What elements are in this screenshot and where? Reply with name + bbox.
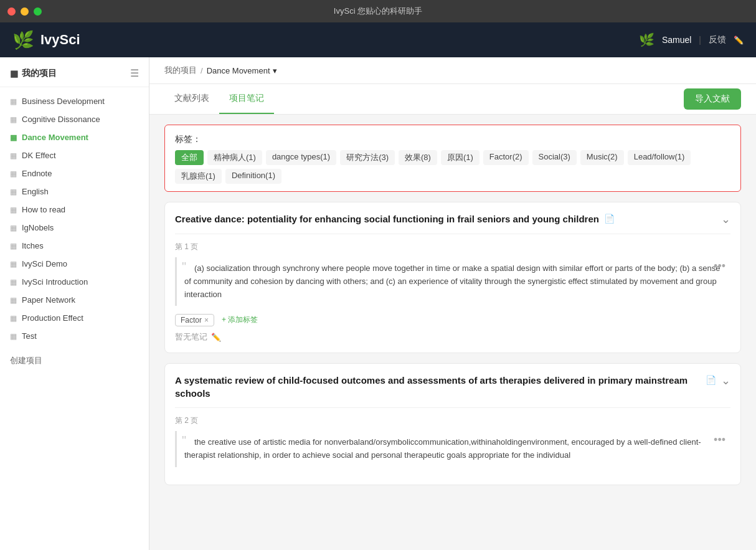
sidebar-item-icon: ▦ [10,97,17,106]
paper-title: Creative dance: potentiality for enhanci… [175,212,599,225]
sidebar-item-label: Endnote [22,169,52,178]
sidebar-item-dance-movement[interactable]: ▦Dance Movement [0,128,149,146]
sidebar-item-ivysci-intro[interactable]: ▦IvySci Introduction [0,273,149,291]
close-button[interactable] [7,7,16,16]
app-header: 🌿 IvySci 🌿 Samuel | 反馈 ✏️ [0,22,756,57]
sidebar-item-icon: ▦ [10,242,17,250]
paper-body: 第 2 页 " the creative use of artistic med… [165,407,740,485]
sidebar-item-icon: ▦ [10,332,17,341]
sidebar-section-label: 我的项目 [22,68,57,79]
paper-page-label: 第 2 页 [175,415,730,426]
app-body: ▦ 我的项目 ☰ ▦Business Development▦Cognitive… [0,57,756,550]
sidebar-item-business-development[interactable]: ▦Business Development [0,92,149,110]
note-text: 暂无笔记 [175,331,207,343]
feedback-button[interactable]: 反馈 [709,34,726,45]
tag-item[interactable]: dangce types(1) [266,150,336,165]
sidebar-item-label: Itches [22,241,44,250]
main-content: 我的项目 / Dance Movement ▾ 文献列表项目笔记 导入文献 标签… [149,57,756,550]
sidebar-item-label: IvySci Introduction [22,277,88,287]
paper-quote: " the creative use of artistic media for… [175,431,730,467]
breadcrumb-chevron-icon: ▾ [273,66,277,75]
tag-item[interactable]: 全部 [175,150,204,165]
tag-item[interactable]: Social(3) [532,150,577,165]
sidebar-item-label: Cognitive Dissonance [22,115,100,124]
tags-label: 标签： [175,134,201,145]
tag-item[interactable]: 效果(8) [399,150,437,165]
sidebar-item-label: Business Development [22,97,105,106]
sidebar-item-english[interactable]: ▦English [0,183,149,201]
sidebar-item-icon: ▦ [10,206,17,214]
sidebar-item-how-to-read[interactable]: ▦How to read [0,201,149,219]
paper-link-icon[interactable]: 📄 [706,375,716,385]
paper-tag-label: Factor [181,316,202,325]
sidebar-item-ivysci-demo[interactable]: ▦IvySci Demo [0,255,149,273]
titlebar: IvySci 您贴心的科研助手 [0,0,756,22]
window-controls [7,7,42,16]
sidebar-item-label: Production Effect [22,313,83,323]
folder-icon: ▦ [10,69,18,78]
sidebar-item-cognitive-dissonance[interactable]: ▦Cognitive Dissonance [0,110,149,128]
tag-item[interactable]: Lead/follow(1) [628,150,691,165]
sidebar-item-label: English [22,187,49,196]
sidebar-item-label: DK Effect [22,151,56,160]
paper-tags-row: Factor × + 添加标签 [175,313,730,326]
sidebar-item-icon: ▦ [10,260,17,268]
tab-literature[interactable]: 文献列表 [164,84,219,114]
tabs: 文献列表项目笔记 [164,84,274,114]
logo-area: 🌿 IvySci [12,30,80,50]
tag-item[interactable]: 乳腺癌(1) [175,169,222,184]
sidebar-item-icon: ▦ [10,224,17,232]
paper-note-row: 暂无笔记 ✏️ [175,331,730,343]
quote-more-button[interactable]: ••• [714,260,725,273]
sidebar-title: ▦ 我的项目 [10,68,57,79]
tag-item[interactable]: Factor(2) [483,150,529,165]
add-tag-button[interactable]: + 添加标签 [219,313,260,326]
minimize-button[interactable] [21,7,29,16]
note-edit-icon[interactable]: ✏️ [211,333,221,342]
tags-filter: 标签： 全部精神病人(1)dangce types(1)研究方法(3)效果(8)… [164,125,741,192]
paper-card: Creative dance: potentiality for enhanci… [164,202,741,353]
paper-link-icon[interactable]: 📄 [604,214,615,224]
sidebar-menu-icon[interactable]: ☰ [130,67,139,79]
tag-item[interactable]: Music(2) [580,150,624,165]
logo-icon: 🌿 [12,30,34,50]
paper-header: A systematic review of child-focused out… [165,364,740,407]
breadcrumb-current: Dance Movement ▾ [207,66,277,75]
paper-title-area: A systematic review of child-focused out… [175,374,716,400]
paper-header: Creative dance: potentiality for enhanci… [165,202,740,234]
sidebar-item-test[interactable]: ▦Test [0,327,149,345]
tag-item[interactable]: 精神病人(1) [207,150,262,165]
logo-text: IvySci [40,32,80,48]
sidebar-item-label: IvySci Demo [22,259,67,268]
breadcrumb-parent[interactable]: 我的项目 [164,65,197,76]
create-project-button[interactable]: 创建项目 [0,350,149,371]
sidebar-item-dk-effect[interactable]: ▦DK Effect [0,146,149,164]
sidebar-item-paper-network[interactable]: ▦Paper Network [0,291,149,309]
tag-item[interactable]: Definition(1) [225,169,281,184]
sidebar-item-production-effect[interactable]: ▦Production Effect [0,309,149,327]
paper-title: A systematic review of child-focused out… [175,374,701,400]
sidebar-item-label: Dance Movement [22,133,88,142]
breadcrumb-current-text: Dance Movement [207,66,270,75]
sidebar-item-endnote[interactable]: ▦Endnote [0,164,149,183]
sidebar-item-icon: ▦ [10,278,17,287]
sidebar-item-itches[interactable]: ▦Itches [0,237,149,255]
paper-expand-button[interactable]: ⌄ [721,374,730,387]
maximize-button[interactable] [34,7,42,16]
tag-item[interactable]: 原因(1) [441,150,480,165]
tab-notes[interactable]: 项目笔记 [219,84,274,114]
import-button[interactable]: 导入文献 [684,88,741,110]
quote-more-button[interactable]: ••• [714,434,725,447]
sidebar-item-icon: ▦ [10,296,17,305]
header-divider: | [699,35,701,45]
sidebar-header: ▦ 我的项目 ☰ [0,57,149,87]
paper-tag-remove-button[interactable]: × [204,316,209,325]
paper-expand-button[interactable]: ⌄ [721,212,730,226]
paper-page-label: 第 1 页 [175,242,730,252]
sidebar-item-icon: ▦ [10,169,17,178]
papers-list: Creative dance: potentiality for enhanci… [149,202,756,500]
header-logo-icon: 🌿 [639,32,654,47]
sidebar-item-ignobels[interactable]: ▦IgNobels [0,219,149,237]
sidebar: ▦ 我的项目 ☰ ▦Business Development▦Cognitive… [0,57,149,550]
tag-item[interactable]: 研究方法(3) [340,150,395,165]
